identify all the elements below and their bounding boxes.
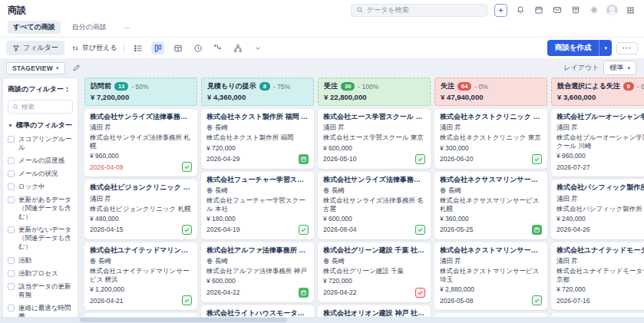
search-input[interactable] — [367, 6, 482, 14]
edit-view-button[interactable] — [71, 62, 82, 74]
filter-checkbox[interactable] — [8, 283, 15, 290]
filter-section-label: 標準のフィルター — [16, 120, 72, 130]
activity-check-icon[interactable] — [299, 225, 309, 235]
deal-amount: ¥ 360,000 — [440, 215, 542, 223]
filter-search[interactable] — [8, 100, 73, 114]
deal-owner: 春 長崎 — [440, 186, 542, 195]
deal-card[interactable]: 株式会社ネクストマリンサービス 埼...涌田 昇株式会社ネクストマリンサービス … — [434, 242, 547, 310]
column-header: 見積もりの提示8- 75%¥ 4,360,000 — [201, 77, 314, 106]
deal-owner: 涌田 昇 — [323, 124, 425, 132]
kanban-column: 見積もりの提示8- 75%¥ 4,360,000株式会社ネクスト製作所 福岡 社… — [201, 77, 314, 323]
filter-checkbox[interactable] — [8, 157, 15, 164]
filter-item[interactable]: スコアリングルール — [8, 135, 73, 152]
main-area: STAGEVIEW ▾ レイアウト 標準 ▾ 商談のフィルター： — [0, 58, 644, 323]
activity-calendar-icon[interactable] — [299, 288, 309, 298]
activity-check-icon[interactable] — [532, 295, 542, 305]
activity-check-icon[interactable] — [182, 162, 192, 172]
quick-add-button[interactable] — [494, 4, 507, 17]
org-view-button[interactable] — [231, 41, 244, 54]
filter-item[interactable]: ロック中 — [8, 183, 73, 191]
activity-check-icon[interactable] — [415, 154, 425, 164]
filter-checkbox[interactable] — [8, 183, 15, 190]
pencil-icon — [72, 64, 81, 72]
filter-item[interactable]: メールの温度感 — [8, 157, 73, 165]
activity-check-icon[interactable] — [415, 288, 425, 298]
deal-card-footer: 2026-07-27 — [556, 162, 644, 172]
activity-check-icon[interactable] — [182, 295, 192, 305]
deal-title: 株式会社サンライズ法律事務所 札幌 ... — [90, 113, 192, 121]
deal-card-footer: 2026-05-08 — [440, 295, 542, 305]
filter-checkbox[interactable] — [8, 170, 15, 177]
scrollbar-thumb[interactable] — [80, 318, 287, 322]
filter-item[interactable]: 更新がないデータ（関連データも含む） — [8, 226, 73, 251]
avatar[interactable] — [606, 5, 618, 16]
deal-card[interactable]: 株式会社サンライズ法律事務所 名古...春 長崎株式会社サンライズ法律事務所 名… — [318, 172, 431, 239]
filter-checkbox[interactable] — [8, 136, 15, 143]
deal-card[interactable]: 株式会社アルファ法律事務所 神戸 福...春 長崎株式会社アルファ法律事務所 神… — [201, 242, 314, 302]
calendar-button[interactable] — [533, 5, 544, 16]
filter-item[interactable]: 活動プロセス — [8, 269, 73, 278]
deal-card[interactable]: 株式会社ビジョンクリニック 札幌 社...涌田 昇株式会社ビジョンクリニック 札… — [84, 180, 197, 239]
filter-item[interactable]: 更新があるデータ（関連データも含む） — [8, 196, 73, 221]
activity-check-icon[interactable] — [182, 225, 192, 235]
notifications-button[interactable] — [514, 5, 526, 16]
filter-search-input[interactable] — [21, 103, 68, 110]
deal-card[interactable]: 株式会社ブルーオーシャン学習スクー...涌田 昇株式会社ブルーオーシャン学習スク… — [551, 109, 644, 176]
filter-item[interactable]: 該当データの更新有無 — [8, 282, 73, 299]
flow-view-button[interactable] — [211, 41, 224, 54]
apps-button[interactable] — [625, 5, 636, 16]
filter-checkbox[interactable] — [8, 196, 15, 203]
deal-amount: ¥ 2,880,000 — [440, 285, 542, 294]
activity-check-icon[interactable] — [532, 154, 542, 164]
deal-card[interactable]: 株式会社ネクスト製作所 福岡 社員講...春 長崎株式会社ネクスト製作所 福岡¥… — [201, 109, 314, 169]
horizontal-scrollbar[interactable] — [0, 317, 644, 323]
layout-dropdown[interactable]: 標準 ▾ — [603, 61, 636, 75]
mail-button[interactable] — [551, 5, 563, 16]
create-deal-dropdown[interactable]: ▾ — [599, 40, 612, 56]
filter-button[interactable]: フィルター — [6, 41, 64, 55]
deal-card[interactable]: 株式会社ユナイテッドマリンサービス...春 長崎株式会社ユナイテッドマリンサービ… — [84, 242, 197, 310]
deal-card[interactable]: 株式会社ネクストクリニック 東京 社...涌田 昇株式会社ネクストクリニック 東… — [434, 109, 547, 169]
filter-item[interactable]: 活動 — [8, 256, 73, 265]
deal-card[interactable]: 株式会社サンライズ法律事務所 札幌 ...涌田 昇株式会社サンライズ法律事務所 … — [84, 109, 197, 176]
more-views-button[interactable] — [251, 41, 264, 54]
deal-title: 株式会社ユナイテッドマリンサービス... — [90, 246, 192, 255]
tab-1[interactable]: すべての商談 — [8, 21, 61, 34]
deal-close-date: 2026-05-25 — [440, 226, 473, 233]
mail-icon — [553, 5, 562, 15]
sort-button[interactable]: 並び替える — [71, 43, 117, 53]
deal-card-footer: 2026-04-26 — [556, 225, 644, 235]
deal-card[interactable]: 株式会社エース学習スクール 東京 東...涌田 昇株式会社エース学習スクール 東… — [318, 109, 431, 169]
deal-card[interactable]: 株式会社フューチャー学習スクール ...春 長崎株式会社フューチャー学習スクール… — [201, 172, 314, 239]
filter-checkbox[interactable] — [8, 226, 15, 233]
list-view-button[interactable] — [131, 41, 144, 54]
filter-item[interactable]: メールの状況 — [8, 170, 73, 178]
more-actions-button[interactable]: ··· — [616, 42, 638, 54]
create-deal-button[interactable]: 商談を作成 — [547, 40, 599, 56]
settings-button[interactable] — [588, 5, 599, 16]
table-view-button[interactable] — [171, 41, 184, 54]
deal-amount: ¥ 600,000 — [323, 144, 425, 153]
deal-card[interactable]: 株式会社グリーン建設 千葉 社員向け...春 長崎株式会社グリーン建設 千葉¥ … — [318, 242, 431, 302]
search-icon — [356, 6, 364, 14]
tab-3[interactable]: ··· — [118, 22, 136, 33]
filter-checkbox[interactable] — [8, 270, 15, 277]
kanban-column: 失注64- 0%¥ 47,940,000株式会社ネクストクリニック 東京 社..… — [434, 77, 547, 323]
tab-2[interactable]: 自分の商談 — [67, 21, 112, 34]
activity-calendar-icon[interactable] — [299, 154, 309, 164]
inbox-button[interactable] — [570, 5, 581, 16]
activity-check-icon[interactable] — [415, 225, 425, 235]
view-tabs: すべての商談自分の商談··· — [0, 18, 644, 38]
timeline-view-button[interactable] — [191, 41, 204, 54]
activity-calendar-icon[interactable] — [532, 225, 542, 235]
kanban-view-button[interactable] — [151, 41, 164, 54]
filter-item-label: 活動 — [18, 256, 31, 265]
global-search[interactable] — [351, 4, 487, 17]
filter-section-header[interactable]: ▼標準のフィルター — [8, 120, 73, 130]
filter-checkbox[interactable] — [8, 257, 15, 264]
deal-card[interactable]: 株式会社ユナイテッドモータース 京...涌田 昇株式会社ユナイテッドモータース … — [551, 242, 644, 310]
filter-checkbox[interactable] — [8, 305, 15, 311]
deal-card[interactable]: 株式会社パシフィック製作所 神戸 社...涌田 昇株式会社パシフィック製作所 神… — [551, 180, 644, 239]
deal-card[interactable]: 株式会社ネクサスマリンサービス 札...春 長崎株式会社ネクサスマリンサービス … — [434, 172, 547, 239]
stage-view-dropdown[interactable]: STAGEVIEW ▾ — [6, 62, 65, 74]
